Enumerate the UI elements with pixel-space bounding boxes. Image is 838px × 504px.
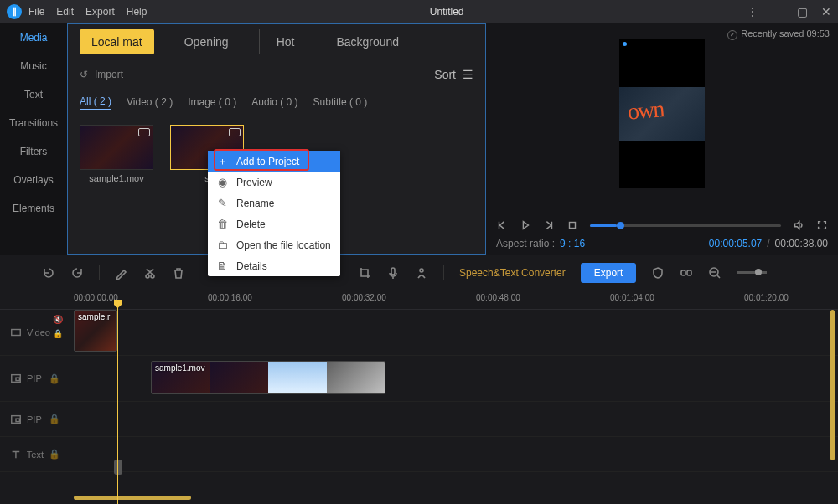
filter-all[interactable]: All ( 2 ) — [80, 95, 111, 110]
vertical-scrollbar[interactable] — [830, 310, 835, 492]
eye-icon: ◉ — [216, 176, 228, 188]
tab-opening[interactable]: Opening — [173, 29, 241, 54]
ctx-add-to-project[interactable]: ＋Add to Project — [208, 151, 340, 172]
maximize-icon[interactable]: ▢ — [797, 5, 808, 18]
delete-icon[interactable] — [172, 266, 185, 280]
nav-overlays[interactable]: Overlays — [0, 166, 67, 194]
track-label: PIP — [27, 373, 42, 383]
timeline-clip[interactable]: sample.r — [74, 310, 117, 352]
media-item[interactable]: sample1.mov — [80, 125, 153, 183]
cut-icon[interactable] — [143, 266, 157, 280]
lock-icon[interactable]: 🔒 — [53, 329, 63, 338]
divider-handle[interactable] — [114, 460, 122, 475]
svg-rect-10 — [16, 378, 19, 381]
context-menu: ＋Add to Project ◉Preview ✎Rename 🗑Delete… — [208, 151, 340, 276]
playhead[interactable] — [117, 305, 118, 504]
play-icon[interactable] — [520, 219, 531, 231]
edit-icon[interactable] — [115, 266, 128, 280]
time-total: 00:00:38.00 — [775, 238, 828, 249]
track-label: Video — [27, 327, 50, 337]
handle-icon[interactable] — [623, 42, 627, 46]
pip-track-icon — [10, 414, 22, 425]
crop-icon[interactable] — [358, 266, 371, 280]
ctx-open-location[interactable]: 🗀Open the file location — [208, 234, 340, 255]
svg-rect-0 — [570, 223, 576, 229]
minimize-icon[interactable]: — — [772, 5, 784, 18]
zoom-out-icon[interactable] — [708, 266, 722, 280]
stop-icon[interactable] — [566, 219, 578, 231]
details-icon: 🗎 — [216, 260, 228, 272]
horizontal-scrollbar[interactable] — [74, 496, 825, 500]
ctx-delete[interactable]: 🗑Delete — [208, 213, 340, 234]
time-ruler[interactable]: 00:00:00.00 00:00:16.00 00:00:32.00 00:0… — [0, 290, 838, 310]
side-nav: Media Music Text Transitions Filters Ove… — [0, 23, 67, 255]
tab-local[interactable]: Local mat — [80, 29, 154, 54]
media-item-name: sample1.mov — [89, 173, 143, 183]
export-button[interactable]: Export — [581, 263, 637, 283]
filter-audio[interactable]: Audio ( 0 ) — [251, 96, 297, 108]
preview-viewport[interactable]: own — [619, 39, 705, 188]
camera-icon — [229, 128, 241, 136]
menu-export[interactable]: Export — [85, 6, 115, 18]
folder-icon: 🗀 — [216, 239, 228, 251]
undo-icon[interactable] — [42, 266, 55, 280]
menu-file[interactable]: File — [28, 6, 44, 18]
volume-icon[interactable] — [793, 219, 804, 231]
svg-point-2 — [151, 275, 154, 278]
sort-button[interactable]: Sort ☰ — [434, 68, 473, 81]
mic-icon[interactable] — [386, 266, 400, 280]
import-icon: ↺ — [80, 69, 88, 80]
filter-subtitle[interactable]: Subtitle ( 0 ) — [313, 96, 368, 108]
main-menu: File Edit Export Help — [28, 6, 147, 18]
tab-hot[interactable]: Hot — [259, 29, 307, 54]
import-label: Import — [95, 69, 123, 80]
menu-help[interactable]: Help — [127, 6, 147, 18]
lock-icon[interactable]: 🔒 — [49, 414, 60, 424]
fullscreen-icon[interactable] — [816, 219, 828, 231]
link-icon[interactable] — [680, 266, 693, 280]
title-bar: File Edit Export Help Untitled ⋮ — ▢ ✕ — [0, 0, 838, 23]
nav-filters[interactable]: Filters — [0, 137, 67, 166]
time-current: 00:00:05.07 — [709, 238, 762, 249]
ruler-tick: 00:00:32.00 — [342, 293, 386, 302]
filter-image[interactable]: Image ( 0 ) — [188, 96, 236, 108]
video-track-icon — [10, 327, 22, 338]
mute-icon[interactable]: 🔇 — [53, 315, 63, 324]
ctx-preview[interactable]: ◉Preview — [208, 172, 340, 193]
clip-label: sample.r — [78, 312, 110, 321]
filter-video[interactable]: Video ( 2 ) — [127, 96, 173, 108]
pip-track-icon — [10, 373, 22, 384]
prev-frame-icon[interactable] — [496, 219, 508, 231]
svg-point-1 — [146, 275, 149, 278]
ctx-rename[interactable]: ✎Rename — [208, 193, 340, 213]
settings-icon[interactable]: ⋮ — [747, 5, 758, 18]
aspect-ratio[interactable]: Aspect ratio :9 : 16 — [496, 238, 585, 249]
preview-panel: Recently saved 09:53 own Aspect ratio :9… — [486, 23, 838, 255]
redo-icon[interactable] — [70, 266, 84, 280]
speech-text-button[interactable]: Speech&Text Converter — [459, 267, 566, 279]
tab-background[interactable]: Background — [324, 29, 411, 54]
next-frame-icon[interactable] — [543, 219, 555, 231]
person-icon[interactable] — [415, 266, 428, 280]
preview-scrubber[interactable] — [590, 224, 781, 227]
lock-icon[interactable]: 🔒 — [49, 449, 60, 460]
nav-music[interactable]: Music — [0, 52, 67, 80]
nav-transitions[interactable]: Transitions — [0, 109, 67, 137]
ctx-details[interactable]: 🗎Details — [208, 255, 340, 276]
zoom-slider[interactable] — [737, 271, 767, 274]
nav-elements[interactable]: Elements — [0, 194, 67, 223]
import-button[interactable]: ↺ Import — [80, 69, 123, 80]
close-icon[interactable]: ✕ — [821, 5, 831, 18]
list-icon: ☰ — [463, 68, 473, 81]
timeline-clip[interactable]: sample1.mov — [151, 361, 385, 394]
shield-icon[interactable] — [651, 266, 665, 280]
nav-media[interactable]: Media — [0, 23, 67, 52]
menu-edit[interactable]: Edit — [56, 6, 74, 18]
svg-rect-3 — [391, 268, 395, 275]
ruler-tick: 00:00:00.00 — [74, 293, 118, 302]
svg-rect-8 — [12, 330, 21, 336]
lock-icon[interactable]: 🔒 — [49, 373, 60, 384]
timeline: 00:00:00.00 00:00:16.00 00:00:32.00 00:0… — [0, 290, 838, 504]
camera-icon — [138, 128, 150, 136]
nav-text[interactable]: Text — [0, 80, 67, 109]
